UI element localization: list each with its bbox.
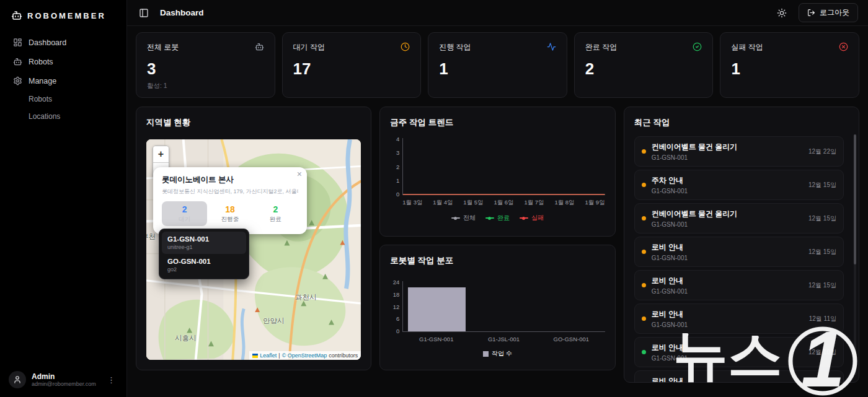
more-vertical-icon[interactable]: ⋮ bbox=[105, 374, 118, 386]
location-stats: 2 대기 18 진행중 2 완료 bbox=[162, 201, 298, 226]
task-date: 12월 11일 bbox=[809, 315, 836, 323]
task-robot: G1-GSN-001 bbox=[652, 355, 688, 362]
sidebar: ROBOMEMBER Dashboard Robots Manage bbox=[0, 0, 127, 397]
stat-title: 전체 로봇 bbox=[147, 42, 179, 53]
sidebar-item-dashboard[interactable]: Dashboard bbox=[7, 33, 119, 51]
status-dot bbox=[642, 149, 646, 154]
task-row[interactable]: 컨베이어벨트 물건 올리기 G1-GSN-001 12월 22일 bbox=[634, 136, 844, 167]
sidebar-subitem-robots[interactable]: Robots bbox=[7, 91, 119, 107]
stat-label: 진행중 bbox=[207, 216, 252, 224]
y-tick: 18 bbox=[393, 291, 400, 298]
robot-icon bbox=[13, 57, 22, 66]
legend-label: 전체 bbox=[463, 214, 476, 222]
robot-menu-item[interactable]: G1-GSN-001 unitree-g1 bbox=[162, 232, 246, 254]
trend-legend: 전체 완료 실패 bbox=[390, 214, 604, 222]
y-tick: 1 bbox=[396, 177, 399, 184]
theme-toggle-button[interactable] bbox=[775, 6, 789, 20]
trend-line-chart: 4 3 2 1 0 1월 bbox=[390, 138, 604, 222]
stat-card-inprogress-tasks: 진행 작업 1 bbox=[428, 32, 567, 98]
status-dot bbox=[642, 350, 646, 354]
stat-card-pending-tasks: 대기 작업 17 bbox=[282, 32, 422, 98]
main-area: Dashboard 로그아웃 전체 로봇 bbox=[127, 0, 868, 397]
map: 안양시 과천시 시흥시 부천 + − × 롯데이노베이트 본사 롯데정보통신 지… bbox=[146, 139, 361, 360]
task-date: 12월 15일 bbox=[808, 248, 836, 256]
stat-title: 대기 작업 bbox=[293, 42, 325, 53]
task-date: 12월 10일 bbox=[808, 348, 836, 357]
osm-link[interactable]: © OpenStreetMap bbox=[282, 352, 327, 359]
user-profile[interactable]: Admin admin@robomember.com ⋮ bbox=[7, 369, 119, 390]
sidebar-item-label: Dashboard bbox=[29, 38, 66, 47]
legend-line-marker bbox=[485, 217, 494, 219]
x-tick: G1-JSL-001 bbox=[470, 336, 538, 342]
scrollbar-thumb[interactable] bbox=[854, 134, 856, 264]
task-row[interactable]: 주차 안내 G1-GSN-001 12월 15일 bbox=[634, 170, 844, 200]
robot-distribution-card: 로봇별 작업 분포 24 18 12 6 0 bbox=[379, 245, 615, 370]
region-card-title: 지역별 현황 bbox=[146, 117, 361, 128]
status-dot bbox=[642, 183, 646, 187]
robot-model: go2 bbox=[167, 266, 241, 273]
task-date: 12월 15일 bbox=[808, 281, 836, 290]
logout-button[interactable]: 로그아웃 bbox=[799, 3, 858, 22]
task-title: 컨베이어벨트 물건 올리기 bbox=[652, 209, 738, 219]
x-tick: 1월 7일 bbox=[524, 199, 544, 207]
sidebar-subitem-locations[interactable]: Locations bbox=[7, 108, 119, 124]
y-tick: 12 bbox=[393, 303, 400, 310]
task-row[interactable]: 로비 안내 G1-GSN-001 12월 15일 bbox=[634, 270, 844, 300]
task-title: 로비 안내 bbox=[652, 309, 688, 320]
user-email: admin@robomember.com bbox=[32, 381, 96, 387]
task-row[interactable]: 로비 안내 G1-GSN-001 12월 10일 bbox=[634, 337, 844, 367]
status-dot bbox=[642, 316, 646, 321]
task-robot: G1-GSN-001 bbox=[652, 154, 738, 161]
task-title: 컨베이어벨트 물건 올리기 bbox=[652, 142, 738, 152]
location-stat-completed[interactable]: 2 완료 bbox=[253, 201, 298, 226]
close-icon[interactable]: × bbox=[297, 169, 302, 179]
legend-item-completed: 완료 bbox=[485, 214, 510, 222]
sidebar-item-robots[interactable]: Robots bbox=[7, 53, 119, 71]
stat-value: 18 bbox=[207, 204, 252, 214]
charts-column: 금주 작업 트렌드 4 3 2 1 0 bbox=[379, 107, 615, 370]
task-date: 12월 15일 bbox=[808, 181, 836, 190]
sidebar-item-label: Robots bbox=[29, 58, 53, 66]
robot-name: G1-GSN-001 bbox=[167, 235, 241, 243]
map-city-label: 안양시 bbox=[263, 316, 285, 326]
task-row[interactable]: 로비 안내 G1-GSN-001 12월 15일 bbox=[634, 237, 844, 267]
stat-card-completed-tasks: 완료 작업 2 bbox=[574, 32, 714, 98]
brand-name: ROBOMEMBER bbox=[27, 11, 106, 20]
task-date: 12월 22일 bbox=[808, 147, 836, 156]
location-stat-pending[interactable]: 2 대기 bbox=[162, 201, 207, 226]
stat-title: 완료 작업 bbox=[585, 42, 617, 53]
legend-line-marker bbox=[520, 217, 528, 219]
location-stat-inprogress[interactable]: 18 진행중 bbox=[207, 201, 252, 226]
stat-value: 2 bbox=[162, 204, 207, 214]
y-tick: 4 bbox=[396, 136, 399, 142]
activity-icon bbox=[547, 42, 556, 51]
task-row[interactable]: 컨베이어벨트 물건 올리기 G1-GSN-001 12월 15일 bbox=[634, 203, 844, 233]
location-popup: × 롯데이노베이트 본사 롯데정보통신 지식산업센터, 179, 가산디지털2로… bbox=[153, 167, 307, 234]
sidebar-subitem-label: Robots bbox=[29, 95, 52, 103]
topbar-actions: 로그아웃 bbox=[775, 3, 858, 22]
sidebar-toggle-button[interactable] bbox=[137, 6, 151, 20]
topbar: Dashboard 로그아웃 bbox=[127, 0, 868, 26]
map-attribution: Leaflet | © OpenStreetMap contributors bbox=[249, 351, 361, 360]
x-tick: 1월 3일 bbox=[402, 199, 422, 207]
zoom-in-button[interactable]: + bbox=[153, 146, 169, 162]
bar-x-axis: G1-GSN-001 G1-JSL-001 GO-GSN-001 bbox=[402, 336, 604, 342]
robot-menu-item[interactable]: GO-GSN-001 go2 bbox=[162, 254, 246, 276]
task-row[interactable]: 로비 안내 G1-GSN-001 12월 11일 bbox=[634, 303, 844, 334]
legend-item-task-count: 작업 수 bbox=[483, 349, 512, 358]
bar-plot-area bbox=[402, 281, 604, 332]
x-tick: GO-GSN-001 bbox=[538, 336, 605, 342]
scrollbar-track[interactable] bbox=[854, 134, 856, 375]
map-city-label: 부천 bbox=[146, 232, 156, 242]
task-row[interactable]: 로비 안내 G1-GSN-001 12월 10일 bbox=[634, 370, 844, 383]
status-dot bbox=[642, 283, 646, 287]
task-info: 로비 안내 G1-GSN-001 bbox=[652, 376, 688, 383]
leaflet-link[interactable]: Leaflet bbox=[260, 352, 277, 359]
stat-value: 2 bbox=[253, 204, 298, 214]
status-dot bbox=[642, 250, 646, 254]
location-name: 롯데이노베이트 본사 bbox=[162, 175, 298, 185]
sidebar-item-manage[interactable]: Manage bbox=[7, 72, 119, 90]
legend-item-total: 전체 bbox=[451, 214, 476, 222]
y-tick: 0 bbox=[396, 191, 399, 198]
task-robot: G1-GSN-001 bbox=[652, 221, 738, 228]
